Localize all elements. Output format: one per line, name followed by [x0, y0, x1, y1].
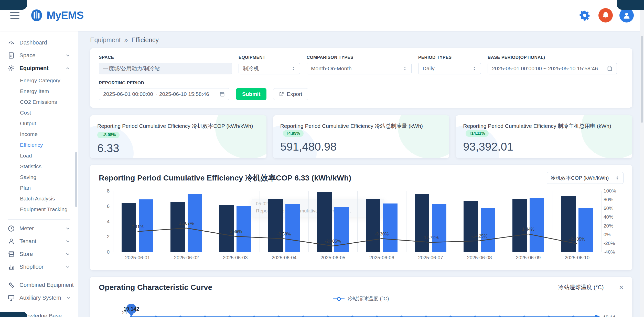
sidebar-item-label: Equipment — [19, 65, 49, 72]
comparison-value: Month-On-Month — [311, 65, 400, 72]
submit-button[interactable]: Submit — [236, 88, 266, 100]
sidebar-divider — [8, 276, 70, 276]
sidebar-subitem-batch-analysis[interactable]: Batch Analysis — [0, 193, 78, 204]
sidebar-subitem-plan[interactable]: Plan — [0, 183, 78, 193]
y-axis-right-tick: 80% — [604, 197, 624, 202]
filter-panel: SPACE 一度城/公用动力/制冷站 EQUIPMENT 制冷机 COMPARI… — [90, 48, 632, 108]
sidebar-item-label: Meter — [19, 225, 34, 232]
curve-line-chart: 211819.1419.142 — [99, 302, 624, 317]
sidebar-nav: DashboardSpaceEquipmentEnergy CategoryEn… — [0, 36, 78, 317]
equipment-label: EQUIPMENT — [239, 55, 300, 60]
user-avatar[interactable] — [619, 8, 634, 22]
sidebar-subitem-saving[interactable]: Saving — [0, 172, 78, 183]
x-axis-label: 2025-06-04 — [272, 255, 296, 261]
close-icon[interactable]: × — [619, 284, 624, 291]
brand-name: MyEMS — [47, 9, 83, 21]
equipment-select[interactable]: 制冷机 — [239, 63, 300, 74]
curve-parameter-label[interactable]: 冷站湿球温度 (°C) — [558, 284, 604, 291]
reporting-period-input[interactable]: 2025-06-01 00:00:00 ~ 2025-06-10 15:58:4… — [99, 88, 229, 100]
sidebar-item-meter[interactable]: Meter — [0, 222, 78, 235]
sidebar-item-label: Dashboard — [19, 39, 47, 46]
sidebar-subitem-output[interactable]: Output — [0, 118, 78, 129]
comparison-types-select[interactable]: Month-On-Month — [307, 63, 412, 74]
chevron-up-icon — [65, 66, 70, 71]
space-input[interactable]: 一度城/公用动力/制冷站 — [99, 63, 232, 74]
x-axis-label: 2025-06-07 — [418, 255, 443, 261]
menu-icon[interactable] — [10, 10, 19, 20]
sidebar-subitem-energy-item[interactable]: Energy Item — [0, 86, 78, 97]
updown-arrows-icon — [472, 66, 477, 71]
curve-point — [499, 316, 501, 317]
sidebar-item-label: Space — [19, 52, 35, 59]
period-types-select[interactable]: Daily — [418, 63, 481, 74]
tenant-icon — [8, 238, 15, 245]
curve-arrow-icon — [595, 315, 600, 317]
curve-legend[interactable]: 冷站湿球温度 (°C) — [99, 295, 624, 302]
x-axis-label: 2025-06-06 — [369, 255, 394, 261]
sidebar-subitem-statistics[interactable]: Statistics — [0, 161, 78, 172]
sidebar-item-label: Combined Equipment — [19, 282, 74, 288]
sidebar-item-combined-equipment[interactable]: Combined Equipment — [0, 279, 78, 291]
export-button[interactable]: Export — [273, 88, 308, 100]
sidebar-item-tenant[interactable]: Tenant — [0, 235, 78, 248]
base-period-input[interactable]: 2025-05-01 00:00:00 ~ 2025-05-10 15:58:4… — [488, 63, 617, 74]
sidebar-item-dashboard[interactable]: Dashboard — [0, 36, 78, 49]
sidebar-divider — [8, 307, 70, 307]
page-scrollbar-thumb[interactable] — [641, 36, 643, 123]
curve-point — [204, 316, 206, 317]
sidebar-subitem-income[interactable]: Income — [0, 129, 78, 140]
y-axis-right-tick: -40% — [604, 249, 624, 255]
curve-end-label: 19.14 — [603, 314, 615, 317]
reporting-period-value: 2025-06-01 00:00:00 ~ 2025-06-10 15:58:4… — [103, 91, 216, 97]
curve-chart-card: Operating Characteristic Curve 冷站湿球温度 (°… — [90, 277, 632, 317]
sidebar-subitem-cost[interactable]: Cost — [0, 107, 78, 118]
x-axis-label: 2025-06-05 — [320, 255, 345, 261]
window-corner-bottom-left — [0, 312, 27, 317]
sidebar-item-equipment[interactable]: Equipment — [0, 62, 78, 75]
equipment-value: 制冷机 — [243, 65, 288, 72]
curve-plot: 211819.1419.142 — [99, 302, 624, 317]
curve-pin-label: 19.142 — [123, 306, 139, 312]
chevron-down-icon — [66, 295, 71, 300]
settings-gear-icon[interactable] — [577, 8, 592, 22]
chevron-down-icon — [65, 252, 70, 257]
y-axis-right-tick: 40% — [604, 214, 624, 220]
page-scrollbar[interactable] — [640, 0, 644, 317]
kpi-title: Reporting Period Cumulative Efficiency 制… — [463, 123, 611, 129]
curve-point — [327, 316, 329, 317]
calendar-icon — [607, 66, 613, 71]
y-axis-left-tick: 2 — [99, 234, 110, 240]
sidebar-item-label: Shopfloor — [19, 264, 44, 270]
sidebar-item-auxiliary-system[interactable]: Auxiliary System — [0, 291, 78, 304]
curve-point — [572, 316, 575, 317]
sidebar-subitem-load[interactable]: Load — [0, 150, 78, 161]
curve-point — [179, 316, 181, 317]
sidebar-subitem-energy-category[interactable]: Energy Category — [0, 75, 78, 86]
sidebar: DashboardSpaceEquipmentEnergy CategoryEn… — [0, 31, 78, 317]
sidebar-item-shopfloor[interactable]: Shopfloor — [0, 261, 78, 273]
brand[interactable]: MyEMS — [30, 9, 83, 22]
calendar-icon — [219, 91, 225, 97]
efficiency-plot-area: 05-02 Reporting Period Cumulative Effici… — [99, 191, 624, 264]
sidebar-subitem-equipment-tracking[interactable]: Equipment Tracking — [0, 204, 78, 215]
building-icon — [8, 52, 15, 59]
breadcrumb-section[interactable]: Equipment — [90, 36, 121, 44]
window-corner-top-left — [0, 0, 27, 10]
reporting-period-label: REPORTING PERIOD — [99, 81, 229, 86]
notifications-bell-icon[interactable] — [598, 8, 613, 22]
sidebar-item-store[interactable]: Store — [0, 248, 78, 261]
y-axis-right-tick: -20% — [604, 241, 624, 246]
store-icon — [8, 251, 15, 258]
sidebar-item-label: Tenant — [19, 238, 36, 245]
window-corner-top-right — [617, 0, 644, 10]
sidebar-item-space[interactable]: Space — [0, 49, 78, 62]
curve-point — [228, 316, 231, 317]
metric-select[interactable]: 冷机效率COP (kWh/kWh) — [547, 172, 624, 184]
auxiliary-system-icon — [8, 294, 15, 301]
sidebar-subitem-co2-emissions[interactable]: CO2 Emissions — [0, 97, 78, 107]
kpi-delta-badge: ↓-8.08% — [97, 132, 120, 138]
chevron-down-icon — [65, 264, 70, 269]
sidebar-subitem-efficiency[interactable]: Efficiency — [0, 140, 78, 150]
sidebar-scrollbar-thumb[interactable] — [75, 152, 77, 207]
kpi-value: 93,392.01 — [463, 140, 625, 153]
